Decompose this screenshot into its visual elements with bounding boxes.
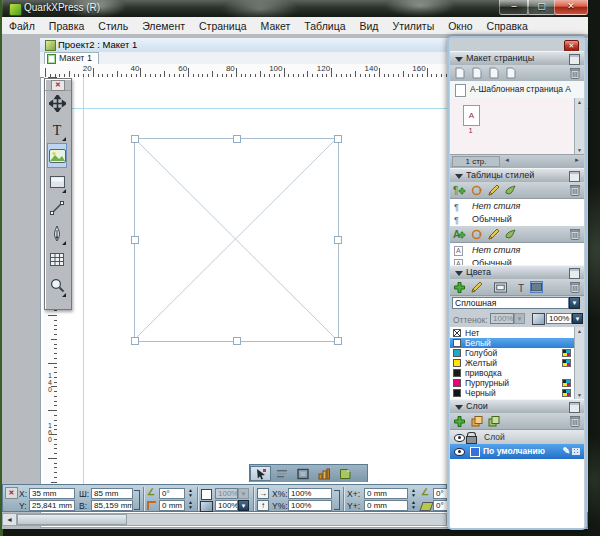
delete-button[interactable] — [569, 281, 580, 293]
color-row-приводка[interactable]: приводка — [450, 368, 574, 378]
append-style-icon[interactable] — [504, 228, 517, 240]
menu-item-8[interactable]: Вид — [352, 18, 385, 34]
picture-box[interactable] — [134, 138, 339, 342]
new-master-page-icon[interactable] — [470, 67, 483, 79]
collapse-triangle-icon[interactable] — [455, 405, 463, 410]
text-color-mode-icon[interactable]: T — [514, 281, 527, 293]
menu-item-7[interactable]: Таблица — [297, 18, 352, 34]
measurements-close-icon[interactable]: ✕ — [5, 487, 18, 499]
maximize-button[interactable]: ▢ — [527, 0, 556, 15]
rotation-field[interactable]: 0° — [159, 488, 185, 499]
delete-button[interactable] — [569, 184, 580, 196]
picture-opacity-icon[interactable] — [200, 501, 213, 512]
selection-handle[interactable] — [233, 135, 241, 143]
collapse-triangle-icon[interactable] — [455, 174, 463, 179]
pages-vertical-scrollbar[interactable]: ▲ ▼ — [574, 98, 584, 154]
panel-menu-icon[interactable] — [569, 268, 580, 279]
delete-button[interactable] — [569, 67, 580, 79]
tab-runaround[interactable] — [313, 466, 334, 481]
new-paragraph-style-icon[interactable]: ¶ — [453, 184, 466, 196]
text-content-tool[interactable]: T — [47, 117, 67, 142]
colors-panel-header[interactable]: Цвета — [450, 265, 584, 280]
selection-handle[interactable] — [334, 236, 342, 244]
master-page-row[interactable]: А-Шаблонная страница А — [450, 81, 584, 99]
pages-scroll-left-icon[interactable]: ◄ — [504, 157, 510, 163]
close-button[interactable]: ✕ — [554, 0, 588, 15]
pages-scroll-right-icon[interactable]: ► — [574, 157, 580, 163]
menu-item-11[interactable]: Справка — [480, 18, 535, 34]
height-field[interactable]: 85,159 mm — [91, 500, 133, 511]
new-layer-icon[interactable] — [453, 415, 466, 427]
layer-visibility-icon[interactable] — [454, 448, 465, 456]
layer-row-default[interactable]: По умолчанию ✎ — [450, 444, 584, 459]
menu-item-6[interactable]: Макет — [254, 18, 298, 34]
menu-item-10[interactable]: Окно — [441, 18, 479, 34]
blend-mode-select[interactable]: Сплошная — [452, 297, 569, 309]
box-color-icon[interactable] — [201, 489, 212, 500]
panel-menu-icon[interactable] — [569, 402, 580, 413]
opacity-field[interactable]: 100% — [546, 313, 572, 324]
corner-stepper[interactable]: ▲▼ — [187, 500, 194, 511]
scale-x-field[interactable]: 100% — [288, 488, 332, 499]
update-style-icon[interactable] — [470, 228, 483, 240]
selection-handle[interactable] — [233, 337, 241, 345]
tab-text[interactable] — [271, 466, 292, 481]
menu-item-4[interactable]: Элемент — [135, 18, 192, 34]
color-row-Нет[interactable]: Нет — [450, 328, 574, 338]
collapse-triangle-icon[interactable] — [455, 57, 463, 62]
background-color-mode-icon[interactable] — [530, 281, 543, 293]
scroll-left-icon[interactable]: ◄ — [3, 514, 17, 525]
y-position-field[interactable]: 25,841 mm — [29, 500, 75, 511]
picture-opacity-dropdown-icon[interactable]: ▼ — [238, 500, 249, 511]
width-field[interactable]: 85 mm — [91, 488, 133, 499]
line-tool[interactable] — [47, 195, 67, 220]
scale-link-icon[interactable] — [334, 490, 340, 510]
minimize-button[interactable]: – — [499, 0, 529, 15]
frame-color-mode-icon[interactable] — [494, 281, 507, 293]
menu-item-1[interactable]: Файл — [2, 18, 42, 34]
panel-menu-icon[interactable] — [569, 54, 580, 65]
scrollbar-thumb[interactable] — [17, 514, 127, 525]
scale-y-field[interactable]: 100% — [288, 500, 332, 511]
selection-handle[interactable] — [131, 337, 139, 345]
offset-x-stepper[interactable]: ▲▼ — [410, 488, 417, 499]
style-sheet-row[interactable]: AОбычный — [450, 257, 584, 265]
edit-style-icon[interactable] — [487, 184, 500, 196]
picture-opacity-field[interactable]: 100% — [215, 500, 238, 511]
page-options-icon[interactable] — [504, 67, 517, 79]
color-row-Черный[interactable]: Черный — [450, 388, 574, 398]
layers-panel-header[interactable]: Слои — [450, 399, 584, 414]
page-thumbnail[interactable]: А — [463, 105, 480, 126]
selection-handle[interactable] — [131, 135, 139, 143]
duplicate-layer-icon[interactable] — [470, 415, 483, 427]
tools-palette-titlebar[interactable]: ✕ — [45, 79, 71, 91]
colors-vertical-scrollbar[interactable]: ▲ ▼ — [574, 327, 584, 399]
append-style-icon[interactable] — [504, 184, 517, 196]
item-tool[interactable] — [47, 91, 67, 116]
offset-y-stepper[interactable]: ▲▼ — [410, 500, 417, 511]
new-color-icon[interactable] — [453, 281, 466, 293]
new-character-style-icon[interactable]: A — [453, 228, 466, 240]
style-sheet-row[interactable]: ¶Нет стиля — [450, 200, 584, 213]
style-sheets-panel-header[interactable]: Таблицы стилей — [450, 168, 584, 183]
color-row-Пурпурный[interactable]: Пурпурный — [450, 378, 574, 388]
zoom-tool[interactable] — [47, 273, 67, 298]
menu-item-9[interactable]: Утилиты — [385, 18, 441, 34]
selection-handle[interactable] — [334, 337, 342, 345]
tab-frame[interactable] — [292, 466, 313, 481]
opacity-dropdown-icon[interactable]: ▼ — [572, 313, 583, 324]
offset-x-field[interactable]: 0 mm — [364, 488, 408, 499]
merge-layers-icon[interactable] — [487, 415, 500, 427]
page-thumbnails-area[interactable]: А 1 ▲ ▼ — [450, 98, 584, 154]
panel-menu-icon[interactable] — [569, 171, 580, 182]
edit-color-icon[interactable] — [470, 281, 483, 293]
tab-space-align[interactable] — [334, 466, 355, 481]
box-tool[interactable] — [47, 169, 67, 194]
edit-layer-pencil-icon[interactable]: ✎ — [562, 446, 570, 456]
color-row-Желтый[interactable]: Желтый — [450, 358, 574, 368]
blend-dropdown-icon[interactable]: ▼ — [569, 297, 580, 309]
offset-y-field[interactable]: 0 mm — [364, 500, 408, 511]
color-row-Белый[interactable]: Белый — [450, 338, 574, 348]
style-sheet-row[interactable]: AНет стиля — [450, 244, 584, 257]
rotation-stepper[interactable]: ▲▼ — [187, 488, 194, 499]
